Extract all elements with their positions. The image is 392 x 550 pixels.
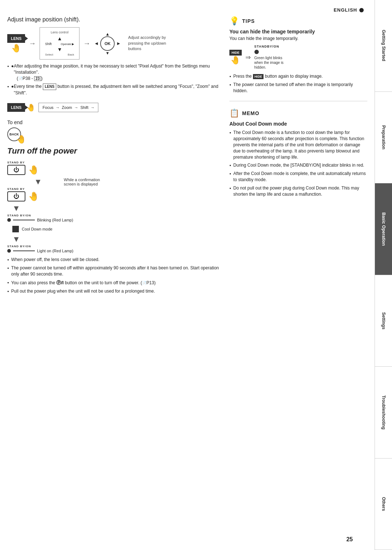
green-light-note: Green light blinkswhen the image ishidde… xyxy=(254,56,284,70)
standby-on-area: STAND BY/ON Blinking (Red Lamp) xyxy=(7,214,73,223)
language-label: ENGLISH xyxy=(334,7,357,13)
arrow-icon-2: → xyxy=(83,39,90,48)
sidebar-tab-getting-started[interactable]: Getting Started xyxy=(375,0,392,92)
back-button-wrapper: BACK 🤚 xyxy=(7,127,21,141)
lens-control-box: Lens control ▲ Shift Operate ▶ ▼ Select … xyxy=(40,27,79,60)
ok-left-arrow: ◄ xyxy=(94,41,99,46)
tips-text: You can hide the image temporarily. xyxy=(229,36,367,41)
bullet-item-1: ● After adjusting the image position, it… xyxy=(7,63,222,81)
select-label: Select xyxy=(45,53,53,56)
blinking-text: Blinking (Red Lamp) xyxy=(37,218,73,222)
standby-on-diagram-label: STANDBY/ON xyxy=(254,45,284,48)
light-on-text: Light on (Red Lamp) xyxy=(37,249,73,253)
memo-bullet-2: During Cool Down mode, the [STANDBY/ON] … xyxy=(229,162,367,168)
tips-icon: 💡 xyxy=(229,16,239,26)
memo-label: MEMO xyxy=(242,110,260,116)
sidebar-tab-troubleshooting[interactable]: Troubleshooting xyxy=(375,367,392,459)
power-diagrams: STAND BY ⏻ 🤚 ▼ While a confirmationscree… xyxy=(7,161,222,253)
hand-icon: 🤚 xyxy=(11,44,21,53)
hide-button-area: HIDE 🤚 xyxy=(229,50,242,65)
sidebar-tab-preparation[interactable]: Preparation xyxy=(375,92,392,184)
operate-label: Operate ▶ xyxy=(61,42,74,46)
cool-down-box xyxy=(12,226,19,232)
red-dot-2 xyxy=(7,249,11,253)
left-column: Adjust image position (shift). LENS 🤚 → … xyxy=(7,16,222,297)
tips-subtitle: You can hide the image temporarily xyxy=(229,29,367,34)
power-hand-2: 🤚 xyxy=(28,191,39,201)
to-end-section: To end BACK 🤚 xyxy=(7,119,222,141)
instruction-bullets: ● After adjusting the image position, it… xyxy=(7,63,222,96)
hide-button[interactable]: HIDE xyxy=(229,50,242,56)
back-button-area: BACK 🤚 xyxy=(7,127,222,141)
page-header: ENGLISH xyxy=(7,7,367,13)
standby-label-1: STAND BY xyxy=(7,161,25,164)
turn-off-section: Turn off the power STAND BY ⏻ 🤚 ▼ While … xyxy=(7,146,222,294)
sidebar-tab-basic-operation[interactable]: Basic Operation xyxy=(375,183,392,275)
section-title: Adjust image position (shift). xyxy=(7,16,222,23)
hide-hand-icon: 🤚 xyxy=(230,56,240,65)
power-hand-1: 🤚 xyxy=(28,165,39,175)
standby-on-label-1: STAND BY/ON xyxy=(7,214,73,217)
fzs-arrow-1: → xyxy=(56,105,60,110)
down-arrow-2: ▼ xyxy=(12,204,20,213)
middle-row: Shift Operate ▶ xyxy=(45,41,74,46)
memo-bullet-list: The Cool Down mode is a function to cool… xyxy=(229,130,367,197)
power-bullet-3: You can also press the ⓟ/I button on the… xyxy=(7,280,222,286)
header-dot xyxy=(359,8,364,12)
power-bullet-2: The power cannot be turned off within ap… xyxy=(7,265,222,277)
ref-number: 23 xyxy=(34,76,41,81)
blinking-line-1 xyxy=(13,220,35,220)
down-arrow: ▼ xyxy=(45,46,74,52)
hide-inline-btn: HIDE xyxy=(253,74,264,80)
standby-on-box: STANDBY/ON Green light blinkswhen the im… xyxy=(254,45,284,70)
ok-side-row: ◄ OK ► xyxy=(94,36,121,51)
tips-box: 💡 TIPS You can hide the image temporaril… xyxy=(229,16,367,94)
cool-down-text: Cool Down mode xyxy=(22,227,52,231)
power-btn-1[interactable]: ⏻ xyxy=(7,165,25,175)
ok-button-area: ▲ ◄ OK ► ▼ xyxy=(94,32,121,55)
power-button-row-2: ⏻ 🤚 xyxy=(7,191,39,201)
blinking-line-2 xyxy=(13,250,35,251)
confirmation-text: While a confirmationscreen is displayed xyxy=(64,178,100,186)
up-arrow: ▲ xyxy=(45,36,74,41)
confirmation-area: ▼ While a confirmationscreen is displaye… xyxy=(29,176,100,187)
sidebar: Getting Started Preparation Basic Operat… xyxy=(375,0,392,550)
bullet-item-2: ● Every time the LENS button is pressed,… xyxy=(7,83,222,96)
light-on-row: Light on (Red Lamp) xyxy=(7,249,73,253)
hide-bullet-1: Press the HIDE button again to display i… xyxy=(229,73,367,80)
memo-subtitle: About Cool Down mode xyxy=(229,121,367,127)
standby-label-2: STAND BY xyxy=(7,187,25,191)
memo-bullet-3: After the Cool Down mode is complete, th… xyxy=(229,171,367,183)
power-bullet-1: When power off, the lens cover will be c… xyxy=(7,257,222,263)
focus-zoom-shift-box: Focus → Zoom → Shift → xyxy=(38,103,98,112)
main-content: ENGLISH Adjust image position (shift). L… xyxy=(0,0,375,550)
lens-fzs-button[interactable]: LENS xyxy=(7,103,25,112)
hide-arrow: ⇒ xyxy=(245,53,251,61)
back-hand-icon: 🤚 xyxy=(16,135,26,144)
zoom-label: Zoom xyxy=(62,105,72,110)
ok-right-arrow: ► xyxy=(116,41,121,46)
memo-box: 📋 MEMO About Cool Down mode The Cool Dow… xyxy=(229,109,367,197)
shift-label: Shift xyxy=(45,42,52,46)
memo-bullet-4: Do not pull out the power plug during Co… xyxy=(229,185,367,197)
standby-on-label-2: STAND BY/ON xyxy=(7,245,73,248)
content-columns: Adjust image position (shift). LENS 🤚 → … xyxy=(7,16,367,297)
power-step-2: STAND BY ⏻ 🤚 xyxy=(7,187,39,201)
sidebar-tab-settings[interactable]: Settings xyxy=(375,275,392,367)
ok-button[interactable]: OK xyxy=(100,36,115,51)
lens-button-area: LENS 🤚 xyxy=(7,34,25,53)
right-column: 💡 TIPS You can hide the image temporaril… xyxy=(229,16,367,297)
hide-bullet-2: The power cannot be turned off when the … xyxy=(229,82,367,94)
focus-zoom-shift-area: LENS 🤚 Focus → Zoom → Shift → xyxy=(7,99,222,116)
power-btn-2[interactable]: ⏻ xyxy=(7,191,25,201)
shift-label-fzs: Shift xyxy=(80,105,88,110)
lens-diagram: LENS 🤚 → Lens control ▲ Shift Operate ▶ … xyxy=(7,27,222,60)
sidebar-tab-others[interactable]: Others xyxy=(375,459,392,550)
power-bullet-4: Pull out the power plug when the unit wi… xyxy=(7,288,222,294)
blinking-row: Blinking (Red Lamp) xyxy=(7,218,73,222)
arrow-icon-1: → xyxy=(29,39,36,48)
lens-button[interactable]: LENS xyxy=(7,34,25,43)
divider xyxy=(229,101,367,101)
memo-bullet-1: The Cool Down mode is a function to cool… xyxy=(229,130,367,160)
light-on-area: STAND BY/ON Light on (Red Lamp) xyxy=(7,245,73,253)
